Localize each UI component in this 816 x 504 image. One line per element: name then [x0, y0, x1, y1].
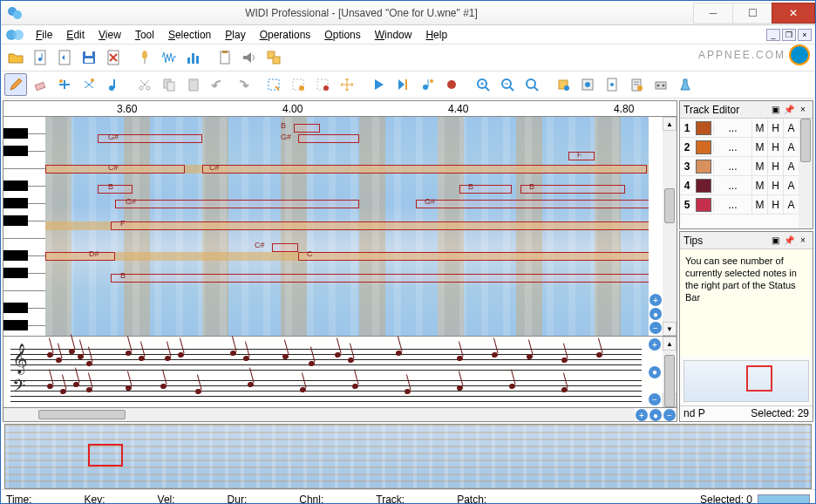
- h-zoom-minus[interactable]: −: [663, 409, 676, 421]
- mdi-close-button[interactable]: ×: [798, 29, 812, 41]
- windows-button[interactable]: [262, 46, 285, 69]
- tool-1-button[interactable]: [552, 73, 575, 96]
- pencil-tool-button[interactable]: [4, 73, 27, 96]
- eraser-tool-button[interactable]: [29, 73, 51, 96]
- svg-point-56: [610, 83, 614, 86]
- h-zoom-plus[interactable]: +: [636, 409, 648, 421]
- panel-pin-icon[interactable]: 📌: [783, 104, 795, 116]
- svg-rect-16: [196, 56, 199, 64]
- mic-button[interactable]: [133, 46, 156, 69]
- copy-button[interactable]: [158, 73, 180, 96]
- watermark: APPNEE.COM: [698, 44, 810, 65]
- menu-bar: FileEditViewToolSelectionPlayOperationsO…: [1, 25, 815, 44]
- tips-title: Tips: [683, 235, 767, 247]
- note-file-button[interactable]: [29, 46, 51, 69]
- staff-view[interactable]: 𝄞𝄢 +●− ▲▼: [3, 336, 677, 407]
- svg-point-38: [423, 85, 428, 90]
- waveform-button[interactable]: [158, 46, 180, 69]
- svg-rect-9: [85, 51, 92, 56]
- staff-zoom-plus[interactable]: +: [649, 338, 661, 351]
- menu-help[interactable]: Help: [418, 27, 454, 43]
- menu-tool[interactable]: Tool: [128, 27, 161, 43]
- piano-scrollbar[interactable]: ▲▼: [663, 117, 677, 336]
- piano-keyboard[interactable]: [3, 117, 45, 336]
- time-ruler[interactable]: 3.60 4.00 4.40 4.80: [3, 101, 677, 117]
- note-tool-button[interactable]: [102, 73, 125, 96]
- mdi-restore-button[interactable]: ❐: [782, 29, 796, 41]
- tips-menu-icon[interactable]: ▣: [769, 235, 781, 247]
- staff-zoom-fit[interactable]: ●: [649, 366, 661, 378]
- select-add-button[interactable]: [287, 73, 309, 96]
- staff-zoom-minus[interactable]: −: [649, 393, 661, 405]
- flask-button[interactable]: [674, 73, 697, 96]
- svg-point-23: [91, 78, 94, 82]
- zoom-fit-button[interactable]: [520, 73, 543, 96]
- zoom-v-fit-button[interactable]: ●: [649, 308, 662, 320]
- move-button[interactable]: [336, 73, 358, 96]
- paste-button[interactable]: [182, 73, 205, 96]
- redo-button[interactable]: [231, 73, 254, 96]
- save-button[interactable]: [78, 46, 100, 69]
- menu-file[interactable]: File: [29, 27, 59, 43]
- delete-button[interactable]: [102, 46, 125, 69]
- clipboard-button[interactable]: [214, 46, 236, 69]
- record-button[interactable]: [440, 73, 463, 96]
- track-row[interactable]: 2...MHA: [680, 138, 799, 157]
- svg-point-52: [564, 85, 569, 91]
- svg-point-1: [13, 10, 22, 19]
- svg-point-34: [299, 85, 304, 91]
- status-vel: Vel:: [158, 494, 175, 505]
- zoom-out-button[interactable]: [496, 73, 519, 96]
- close-button[interactable]: ✕: [772, 3, 815, 24]
- menu-edit[interactable]: Edit: [59, 27, 92, 43]
- menu-play[interactable]: Play: [218, 27, 252, 43]
- zoom-v-plus-button[interactable]: +: [649, 294, 662, 306]
- play-selection-button[interactable]: [391, 73, 414, 96]
- tool-2-button[interactable]: [576, 73, 599, 96]
- cut-button[interactable]: [133, 73, 156, 96]
- svg-line-43: [486, 87, 489, 91]
- select-sub-button[interactable]: [311, 73, 334, 96]
- svg-point-61: [663, 85, 665, 87]
- menu-selection[interactable]: Selection: [161, 27, 218, 43]
- track-scrollbar[interactable]: [799, 119, 813, 228]
- open-button[interactable]: [4, 46, 27, 69]
- svg-rect-17: [221, 51, 229, 64]
- zoom-in-button[interactable]: [472, 73, 494, 96]
- sound-file-button[interactable]: [53, 46, 76, 69]
- minimize-button[interactable]: ─: [693, 3, 733, 24]
- staff-scrollbar[interactable]: ▲▼: [663, 337, 677, 407]
- tips-pin-icon[interactable]: 📌: [783, 235, 795, 247]
- eq-button[interactable]: [182, 46, 205, 69]
- play-button[interactable]: [367, 73, 390, 96]
- overview-strip[interactable]: [4, 424, 812, 489]
- maximize-button[interactable]: ☐: [732, 3, 772, 24]
- menu-view[interactable]: View: [92, 27, 128, 43]
- panel-close-icon[interactable]: ×: [797, 104, 809, 116]
- svg-point-36: [323, 85, 329, 91]
- speaker-button[interactable]: [238, 46, 261, 69]
- track-row[interactable]: 1...MHA: [680, 119, 799, 138]
- spectrogram-view[interactable]: G# B G# F C# C# B B B G# G# F C# D# C B: [45, 117, 649, 336]
- menu-window[interactable]: Window: [368, 27, 419, 43]
- merge-tool-button[interactable]: [78, 73, 100, 96]
- track-row[interactable]: 5...MHA: [680, 195, 799, 215]
- menu-options[interactable]: Options: [317, 27, 367, 43]
- settings-button[interactable]: [649, 73, 672, 96]
- tool-3-button[interactable]: [601, 73, 623, 96]
- tool-4-button[interactable]: [625, 73, 648, 96]
- zoom-v-minus-button[interactable]: −: [649, 322, 662, 334]
- undo-button[interactable]: [207, 73, 229, 96]
- mdi-minimize-button[interactable]: _: [766, 29, 780, 41]
- split-tool-button[interactable]: [53, 73, 76, 96]
- panel-menu-icon[interactable]: ▣: [769, 104, 781, 116]
- horizontal-scrollbar[interactable]: [3, 408, 635, 421]
- track-row[interactable]: 3...MHA: [680, 157, 799, 176]
- h-zoom-fit[interactable]: ●: [649, 409, 662, 421]
- tips-close-icon[interactable]: ×: [797, 235, 809, 247]
- track-editor-title: Track Editor: [683, 104, 767, 116]
- track-row[interactable]: 4...MHA: [680, 176, 799, 195]
- select-rect-button[interactable]: [262, 73, 285, 96]
- play-note-button[interactable]: [416, 73, 439, 96]
- menu-operations[interactable]: Operations: [253, 27, 318, 43]
